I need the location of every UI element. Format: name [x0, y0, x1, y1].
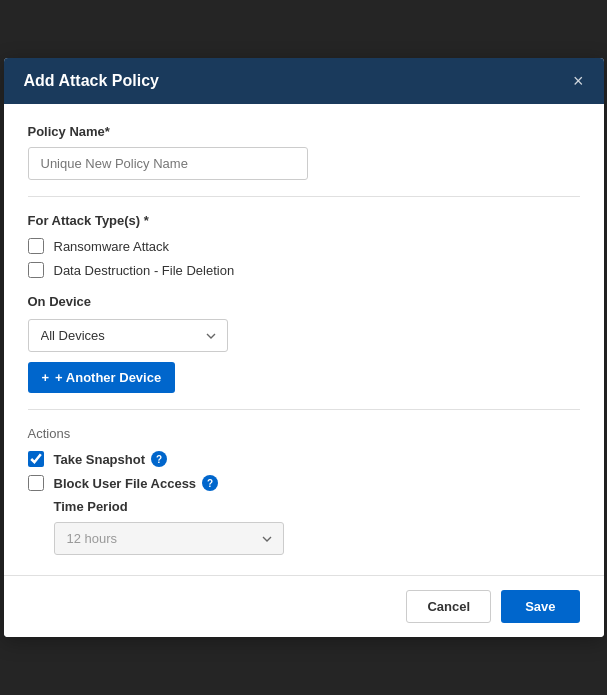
ransomware-attack-item: Ransomware Attack	[28, 238, 580, 254]
close-button[interactable]: ×	[573, 72, 584, 90]
take-snapshot-checkbox[interactable]	[28, 451, 44, 467]
block-file-access-item: Block User File Access ?	[28, 475, 580, 491]
actions-section: Actions Take Snapshot ? Block User File …	[28, 426, 580, 555]
save-button[interactable]: Save	[501, 590, 579, 623]
on-device-group: On Device All Devices + + Another Device	[28, 294, 580, 393]
plus-icon: +	[42, 370, 50, 385]
divider-2	[28, 409, 580, 410]
divider-1	[28, 196, 580, 197]
take-snapshot-item: Take Snapshot ?	[28, 451, 580, 467]
add-device-button[interactable]: + + Another Device	[28, 362, 176, 393]
cancel-button[interactable]: Cancel	[406, 590, 491, 623]
attack-types-label: For Attack Type(s) *	[28, 213, 580, 228]
data-destruction-checkbox[interactable]	[28, 262, 44, 278]
add-attack-policy-modal: Add Attack Policy × Policy Name* For Att…	[4, 58, 604, 637]
on-device-label: On Device	[28, 294, 580, 309]
policy-name-group: Policy Name*	[28, 124, 580, 180]
attack-types-group: For Attack Type(s) * Ransomware Attack D…	[28, 213, 580, 278]
block-file-access-checkbox[interactable]	[28, 475, 44, 491]
modal-overlay: Add Attack Policy × Policy Name* For Att…	[0, 0, 607, 695]
ransomware-checkbox[interactable]	[28, 238, 44, 254]
modal-body: Policy Name* For Attack Type(s) * Ransom…	[4, 104, 604, 575]
block-file-access-help-icon[interactable]: ?	[202, 475, 218, 491]
policy-name-input[interactable]	[28, 147, 308, 180]
device-dropdown[interactable]: All Devices	[28, 319, 228, 352]
block-file-access-label: Block User File Access	[54, 476, 197, 491]
time-period-label: Time Period	[54, 499, 580, 514]
modal-title: Add Attack Policy	[24, 72, 159, 90]
data-destruction-item: Data Destruction - File Deletion	[28, 262, 580, 278]
ransomware-label: Ransomware Attack	[54, 239, 170, 254]
actions-title: Actions	[28, 426, 580, 441]
data-destruction-label: Data Destruction - File Deletion	[54, 263, 235, 278]
modal-header: Add Attack Policy ×	[4, 58, 604, 104]
time-period-dropdown[interactable]: 12 hours 24 hours 48 hours 1 week	[54, 522, 284, 555]
add-device-label: + Another Device	[55, 370, 161, 385]
time-period-section: Time Period 12 hours 24 hours 48 hours 1…	[54, 499, 580, 555]
take-snapshot-label: Take Snapshot	[54, 452, 146, 467]
policy-name-label: Policy Name*	[28, 124, 580, 139]
modal-footer: Cancel Save	[4, 575, 604, 637]
take-snapshot-help-icon[interactable]: ?	[151, 451, 167, 467]
